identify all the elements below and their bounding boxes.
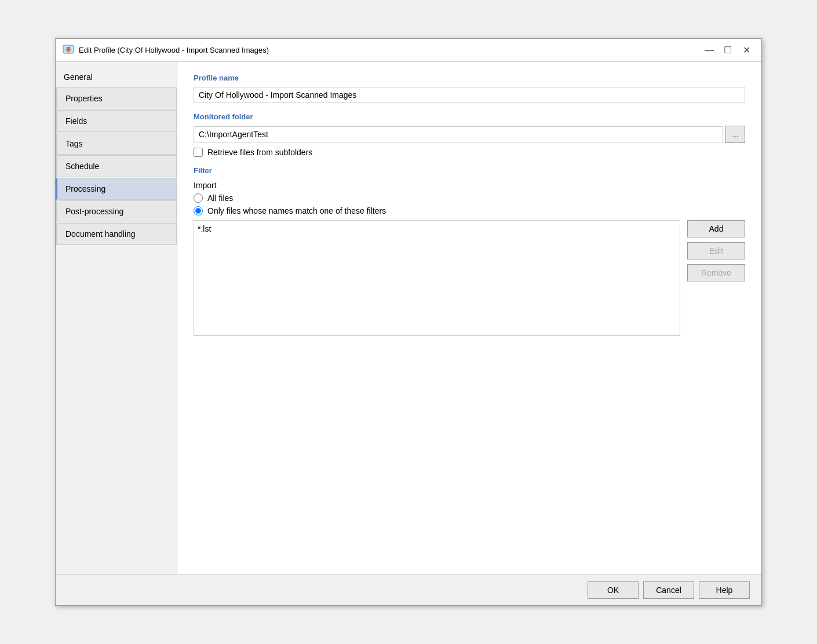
sidebar-general-label: General xyxy=(56,67,177,87)
radio-all-files-row: All files xyxy=(194,193,745,203)
monitored-folder-label: Monitored folder xyxy=(194,112,745,121)
filter-list[interactable] xyxy=(194,220,680,336)
filter-buttons: Add Edit Remove xyxy=(687,220,745,336)
ok-button[interactable]: OK xyxy=(588,581,639,599)
main-window: Edit Profile (City Of Hollywood - Import… xyxy=(55,38,762,606)
sidebar: General Properties Fields Tags Schedule … xyxy=(56,62,177,574)
minimize-button[interactable]: — xyxy=(701,42,717,58)
radio-match-files[interactable] xyxy=(194,206,203,215)
retrieve-files-checkbox[interactable] xyxy=(194,148,203,157)
sidebar-item-document-handling[interactable]: Document handling xyxy=(56,223,177,245)
retrieve-files-label: Retrieve files from subfolders xyxy=(207,148,312,157)
edit-button[interactable]: Edit xyxy=(687,242,745,259)
sidebar-item-fields[interactable]: Fields xyxy=(56,110,177,132)
sidebar-item-processing[interactable]: Processing xyxy=(56,178,177,200)
sidebar-item-post-processing[interactable]: Post-processing xyxy=(56,200,177,222)
sidebar-item-properties[interactable]: Properties xyxy=(56,87,177,109)
sidebar-item-tags[interactable]: Tags xyxy=(56,133,177,155)
radio-match-files-row: Only files whose names match one of thes… xyxy=(194,206,745,215)
filter-section-label: Filter xyxy=(194,166,745,175)
title-bar: Edit Profile (City Of Hollywood - Import… xyxy=(56,39,761,62)
retrieve-files-row: Retrieve files from subfolders xyxy=(194,148,745,157)
profile-name-input[interactable] xyxy=(194,87,745,103)
profile-name-label: Profile name xyxy=(194,74,745,82)
sidebar-item-schedule[interactable]: Schedule xyxy=(56,155,177,177)
download-icon xyxy=(63,45,74,56)
maximize-button[interactable]: ☐ xyxy=(720,42,736,58)
close-button[interactable]: ✕ xyxy=(738,42,754,58)
title-controls: — ☐ ✕ xyxy=(701,42,754,58)
import-label: Import xyxy=(194,181,745,190)
filter-area: Add Edit Remove xyxy=(194,220,745,336)
footer: OK Cancel Help xyxy=(56,574,761,605)
window-title: Edit Profile (City Of Hollywood - Import… xyxy=(79,46,269,54)
browse-button[interactable]: ... xyxy=(725,126,745,143)
title-bar-left: Edit Profile (City Of Hollywood - Import… xyxy=(63,45,269,56)
radio-all-files[interactable] xyxy=(194,193,203,203)
radio-match-files-label: Only files whose names match one of thes… xyxy=(207,206,386,215)
svg-rect-2 xyxy=(67,47,70,50)
monitored-folder-input[interactable] xyxy=(194,126,723,142)
remove-button[interactable]: Remove xyxy=(687,264,745,281)
radio-all-files-label: All files xyxy=(207,193,233,203)
cancel-button[interactable]: Cancel xyxy=(643,581,694,599)
folder-row: ... xyxy=(194,126,745,143)
help-button[interactable]: Help xyxy=(699,581,750,599)
add-button[interactable]: Add xyxy=(687,220,745,237)
window-body: General Properties Fields Tags Schedule … xyxy=(56,62,761,574)
main-content: Profile name Monitored folder ... Retrie… xyxy=(177,62,761,574)
